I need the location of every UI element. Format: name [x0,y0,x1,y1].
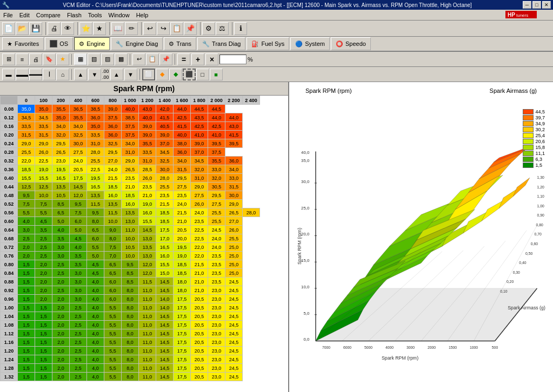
table-cell[interactable]: 10,0 [35,191,52,200]
table-cell[interactable]: 30,0 [225,191,243,200]
table-cell[interactable]: 11,0 [122,226,139,234]
green-diamond-button[interactable]: ◆ [169,69,182,80]
list-view-button[interactable]: ≡ [16,53,29,65]
table-cell[interactable]: 14,5 [156,338,174,347]
table-cell[interactable]: 5,5 [18,208,35,217]
star-button[interactable]: ★ [56,53,69,65]
table-cell[interactable]: 4,0 [18,217,35,226]
table-cell[interactable]: 2,5 [70,355,87,364]
table-cell[interactable]: 4,0 [87,338,104,347]
table-cell[interactable]: 5,5 [104,355,122,364]
table-cell[interactable]: 5,5 [35,208,52,217]
table-cell[interactable]: 27,5 [174,183,191,191]
table-cell[interactable]: 29,0 [18,139,35,148]
table-cell[interactable]: 8,0 [122,373,139,381]
table-cell[interactable]: 36,0 [87,113,104,122]
table-cell[interactable]: 22,5 [87,165,104,174]
times-button[interactable]: × [205,53,218,65]
menu-edit[interactable]: Edit [16,10,33,20]
table-cell[interactable]: 5,5 [104,329,122,338]
menu-window[interactable]: Window [105,10,133,20]
table-cell[interactable]: 2,0 [35,278,52,286]
table-cell[interactable]: 1,5 [35,347,52,355]
table-cell[interactable]: 31,5 [18,131,35,139]
table-cell[interactable]: 17,5 [174,373,191,381]
table-cell[interactable]: 29,5 [208,191,225,200]
table-cell[interactable]: 20,5 [191,312,208,321]
table-cell[interactable]: 14,5 [156,364,174,373]
table-cell[interactable]: 35,5 [52,105,70,113]
table-cell[interactable]: 23,5 [208,252,225,260]
table-cell[interactable]: 14,5 [156,321,174,329]
table-cell[interactable]: 2,5 [70,312,87,321]
table-cell[interactable]: 1,5 [18,347,35,355]
table-cell[interactable]: 23,0 [208,312,225,321]
table-cell[interactable]: 22,5 [191,234,208,243]
table-cell[interactable]: 34,5 [18,113,35,122]
table-cell[interactable]: 10,0 [104,217,122,226]
table-cell[interactable]: 27,5 [191,191,208,200]
table-cell[interactable]: 3,0 [52,252,70,260]
table-cell[interactable]: 2,5 [52,260,70,269]
table-cell[interactable]: 18,5 [156,208,174,217]
table-cell[interactable]: 38,0 [174,139,191,148]
table-cell[interactable]: 43,0 [139,105,156,113]
table-cell[interactable]: 31,0 [191,174,208,183]
table-cell[interactable]: 20,5 [191,303,208,312]
table-cell[interactable]: 2,0 [35,269,52,278]
table-cell[interactable]: 12,0 [70,191,87,200]
small-row-button[interactable]: ▬ [2,69,15,80]
table-cell[interactable]: 25,0 [225,243,243,252]
table-cell[interactable]: 25,0 [225,252,243,260]
table-cell[interactable]: 44,5 [191,105,208,113]
table-cell[interactable]: 23,0 [208,355,225,364]
table-cell[interactable]: 4,0 [87,312,104,321]
table-cell[interactable]: 10,0 [122,252,139,260]
table-cell[interactable]: 24,5 [225,355,243,364]
nav-engine-diag[interactable]: 🔧 Engine Diag [111,37,163,50]
table-cell[interactable]: 23,5 [191,217,208,226]
table-cell[interactable]: 4,0 [87,373,104,381]
table-cell[interactable]: 14,0 [156,303,174,312]
table-cell[interactable]: 44,0 [174,105,191,113]
table-cell[interactable]: 24,0 [208,243,225,252]
table-cell[interactable]: 29,5 [104,148,122,157]
table-cell[interactable]: 36,5 [70,105,87,113]
table-cell[interactable]: 1,5 [35,303,52,312]
table-cell[interactable]: 17,5 [174,321,191,329]
table-cell[interactable]: 3,0 [70,269,87,278]
table-cell[interactable]: 36,0 [174,148,191,157]
table-cell[interactable]: 41,0 [208,131,225,139]
table-cell[interactable]: 23,0 [208,303,225,312]
col-button1[interactable]: ┃ [43,69,56,80]
table-cell[interactable]: 7,5 [70,208,87,217]
table-cell[interactable]: 4,5 [87,269,104,278]
table-cell[interactable]: 20,0 [174,234,191,243]
table-cell[interactable]: 29,0 [191,183,208,191]
table-cell[interactable]: 5,5 [104,303,122,312]
table-cell[interactable]: 32,0 [208,174,225,183]
table-cell[interactable]: 25,0 [225,269,243,278]
compare-button[interactable]: ⚖ [216,22,229,35]
table-cell[interactable]: 12,5 [35,183,52,191]
table-cell[interactable]: 25,5 [208,208,225,217]
table-cell[interactable]: 2,0 [52,295,70,303]
table-cell[interactable]: 2,5 [35,243,52,252]
table-cell[interactable]: 24,5 [225,347,243,355]
table-cell[interactable]: 14,5 [156,312,174,321]
table-cell[interactable]: 17,5 [174,295,191,303]
table-cell[interactable]: 17,5 [174,338,191,347]
table-cell[interactable]: 2,5 [35,252,52,260]
table-cell[interactable]: 11,0 [139,321,156,329]
table-cell[interactable]: 15,5 [35,174,52,183]
table-cell[interactable]: 23,0 [208,373,225,381]
table-cell[interactable]: 42,5 [191,122,208,131]
table-cell[interactable]: 2,0 [35,260,52,269]
table-cell[interactable]: 8,0 [122,338,139,347]
table-cell[interactable]: 20,5 [191,338,208,347]
table-cell[interactable]: 2,0 [52,278,70,286]
table-cell[interactable]: 33,5 [35,122,52,131]
table-cell[interactable]: 17,5 [156,226,174,234]
table-cell[interactable]: 11,0 [139,347,156,355]
table-cell[interactable]: 19,0 [174,252,191,260]
